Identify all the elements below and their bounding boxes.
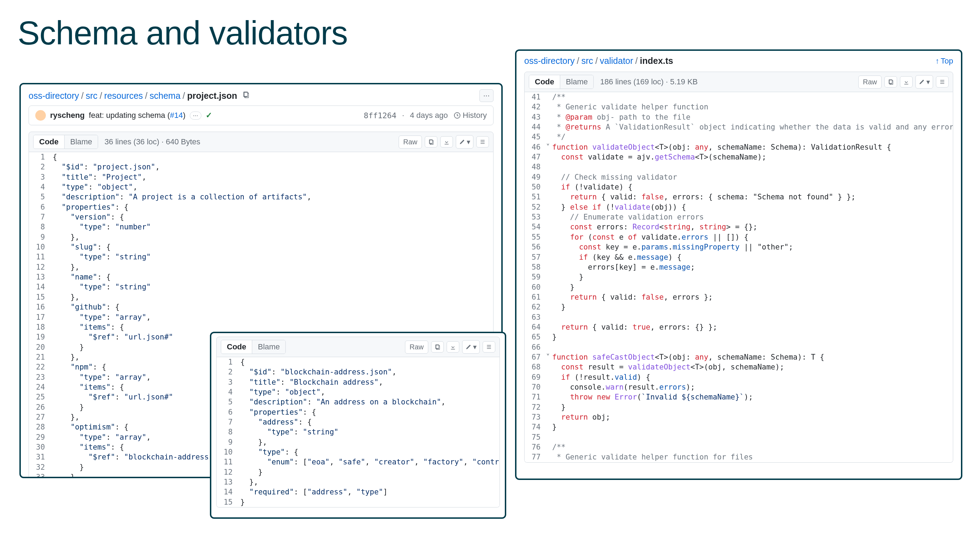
line-number[interactable]: 16 [29,302,51,312]
line-number[interactable]: 73 [525,412,546,422]
line-number[interactable]: 23 [29,372,51,382]
line-number[interactable]: 12 [216,467,238,477]
line-number[interactable]: 26 [29,402,51,412]
line-number[interactable]: 31 [29,452,51,462]
raw-button[interactable]: Raw [858,75,881,89]
crumb-validator[interactable]: validator [600,56,633,66]
ci-check-icon[interactable]: ✓ [206,111,212,120]
line-number[interactable]: 7 [216,417,238,427]
line-number[interactable]: 6 [29,202,51,212]
line-number[interactable]: 24 [29,382,51,392]
line-number[interactable]: 71 [525,392,546,402]
tab-blame[interactable]: Blame [560,75,593,89]
line-number[interactable]: 2 [216,367,238,377]
line-number[interactable]: 4 [29,182,51,192]
crumb-resources[interactable]: resources [104,91,143,101]
line-number[interactable]: 8 [216,427,238,437]
line-number[interactable]: 64 [525,322,546,332]
line-number[interactable]: 56 [525,242,546,252]
commit-pr-link[interactable]: #14 [170,111,183,119]
line-number[interactable]: 75 [525,432,546,442]
line-number[interactable]: 72 [525,402,546,412]
line-number[interactable]: 10 [29,242,51,252]
line-number[interactable]: 42 [525,102,546,112]
line-number[interactable]: 14 [29,282,51,292]
copy-path-icon[interactable] [239,91,250,100]
line-number[interactable]: 60 [525,282,546,292]
line-number[interactable]: 3 [216,377,238,387]
line-number[interactable]: 20 [29,342,51,352]
symbols-button[interactable] [483,341,495,353]
code-area[interactable]: 1{2 "$id": "blockchain-address.json",3 "… [216,357,500,508]
edit-button[interactable]: ▾ [462,340,480,353]
line-number[interactable]: 22 [29,362,51,372]
line-number[interactable]: 30 [29,442,51,452]
raw-button[interactable]: Raw [405,341,428,353]
copy-button[interactable] [425,136,438,148]
line-number[interactable]: 41 [525,92,546,102]
commit-sha[interactable]: 8ff1264 [364,111,396,120]
crumb-repo[interactable]: oss-directory [524,56,575,66]
code-area[interactable]: 41/**42 * Generic validate helper functi… [524,92,953,463]
commit-author[interactable]: ryscheng [50,111,85,120]
line-number[interactable]: 67 [525,352,546,362]
symbols-button[interactable] [936,76,948,88]
download-button[interactable] [900,76,913,88]
line-number[interactable]: 13 [216,477,238,487]
line-number[interactable]: 9 [29,232,51,242]
line-number[interactable]: 65 [525,332,546,342]
line-number[interactable]: 10 [216,447,238,457]
line-number[interactable]: 76 [525,442,546,452]
crumb-src[interactable]: src [581,56,593,66]
line-number[interactable]: 59 [525,272,546,282]
tab-code[interactable]: Code [529,75,560,89]
line-number[interactable]: 14 [216,487,238,497]
crumb-repo[interactable]: oss-directory [29,91,79,101]
line-number[interactable]: 51 [525,192,546,202]
line-number[interactable]: 19 [29,332,51,342]
line-number[interactable]: 15 [29,292,51,302]
line-number[interactable]: 21 [29,352,51,362]
line-number[interactable]: 1 [29,152,51,162]
tab-blame[interactable]: Blame [64,135,98,148]
line-number[interactable]: 32 [29,462,51,472]
line-number[interactable]: 47 [525,152,546,162]
line-number[interactable]: 29 [29,432,51,442]
edit-button[interactable]: ▾ [915,75,933,89]
copy-button[interactable] [431,341,444,353]
line-number[interactable]: 2 [29,162,51,172]
tab-code[interactable]: Code [33,135,64,148]
line-number[interactable]: 27 [29,412,51,422]
line-number[interactable]: 57 [525,252,546,262]
line-number[interactable]: 6 [216,407,238,417]
jump-to-top[interactable]: ↑ Top [935,56,953,66]
line-number[interactable]: 78 [525,462,546,463]
line-number[interactable]: 69 [525,372,546,382]
line-number[interactable]: 48 [525,162,546,172]
line-number[interactable]: 11 [216,457,238,467]
edit-button[interactable]: ▾ [456,135,473,148]
line-number[interactable]: 58 [525,262,546,272]
line-number[interactable]: 61 [525,292,546,302]
line-number[interactable]: 33 [29,472,51,478]
more-actions-button[interactable]: ··· [479,89,493,102]
line-number[interactable]: 63 [525,312,546,322]
line-number[interactable]: 62 [525,302,546,312]
line-number[interactable]: 18 [29,322,51,332]
line-number[interactable]: 25 [29,392,51,402]
line-number[interactable]: 55 [525,232,546,242]
line-number[interactable]: 15 [216,497,238,507]
line-number[interactable]: 43 [525,112,546,122]
download-button[interactable] [447,341,459,353]
line-number[interactable]: 17 [29,312,51,322]
line-number[interactable]: 74 [525,422,546,432]
line-number[interactable]: 7 [29,212,51,222]
line-number[interactable]: 54 [525,222,546,232]
line-number[interactable]: 53 [525,212,546,222]
tab-code[interactable]: Code [221,340,252,353]
avatar[interactable] [35,110,46,121]
line-number[interactable]: 5 [29,192,51,202]
history-link[interactable]: History [453,111,487,120]
line-number[interactable]: 9 [216,437,238,447]
commit-message[interactable]: feat: updating schema (#14) [89,111,186,120]
